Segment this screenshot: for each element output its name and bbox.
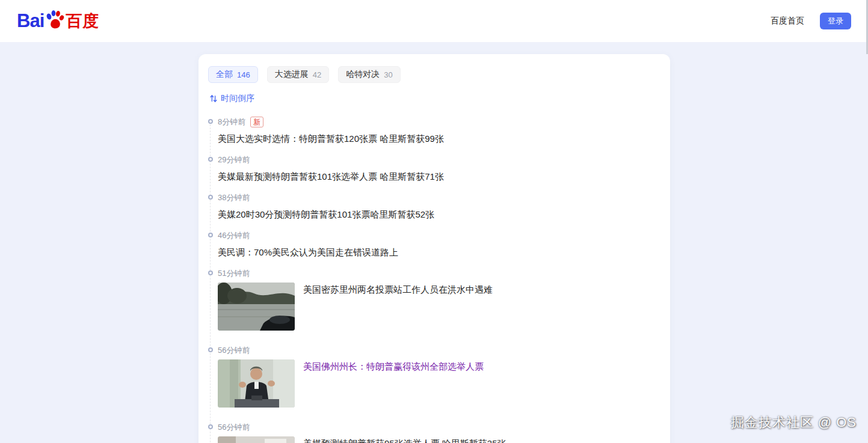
tab-harris-trump-duel[interactable]: 哈特对决 30 <box>338 66 400 83</box>
timeline-timestamp: 29分钟前 <box>218 154 250 165</box>
timeline-item: 38分钟前 美媒20时30分预测特朗普暂获101张票哈里斯暂获52张 <box>208 192 652 221</box>
timeline-item: 8分钟前 新 美国大选实时选情：特朗普暂获120张票 哈里斯暂获99张 <box>208 117 652 145</box>
tab-count: 42 <box>313 70 321 79</box>
sort-toggle[interactable]: 时间倒序 <box>209 93 254 104</box>
timeline-dot-icon <box>208 270 213 275</box>
timeline-dot-icon <box>208 119 213 124</box>
sort-arrows-icon <box>209 94 218 103</box>
new-badge: 新 <box>250 117 263 127</box>
timeline-timestamp: 38分钟前 <box>218 192 250 203</box>
news-timeline: 8分钟前 新 美国大选实时选情：特朗普暂获120张票 哈里斯暂获99张 29分钟… <box>208 117 652 443</box>
timeline-item: 56分钟前 <box>208 345 652 408</box>
timeline-dot-icon <box>208 233 213 237</box>
header-actions: 百度首页 登录 <box>771 13 851 29</box>
news-title-link[interactable]: 美国大选实时选情：特朗普暂获120张票 哈里斯暂获99张 <box>218 133 652 145</box>
timeline-item: 29分钟前 美媒最新预测特朗普暂获101张选举人票 哈里斯暂获71张 <box>208 154 652 183</box>
timeline-item: 56分钟前 美媒预测特朗普暂获95张选举人票 哈里斯暂获35张 <box>208 422 652 443</box>
news-title-link[interactable]: 美国密苏里州两名投票站工作人员在洪水中遇难 <box>303 284 493 331</box>
timeline-dot-icon <box>208 157 213 162</box>
baidu-logo-latin: Bai <box>17 10 44 32</box>
top-header: Bai 百度 百度首页 登录 <box>0 0 868 42</box>
login-button[interactable]: 登录 <box>820 13 851 29</box>
governor-podium-photo[interactable] <box>218 359 295 408</box>
indoor-news-photo[interactable] <box>218 436 295 443</box>
tab-label: 大选进展 <box>275 69 309 80</box>
flood-scene-photo[interactable] <box>218 283 295 331</box>
timeline-timestamp: 56分钟前 <box>218 345 250 356</box>
category-tabs: 全部 146 大选进展 42 哈特对决 30 <box>208 66 652 83</box>
tab-label: 哈特对决 <box>346 69 380 80</box>
tab-all[interactable]: 全部 146 <box>208 66 258 83</box>
timeline-timestamp: 51分钟前 <box>218 268 250 279</box>
baidu-home-link[interactable]: 百度首页 <box>771 16 804 26</box>
news-title-link[interactable]: 美国佛州州长：特朗普赢得该州全部选举人票 <box>303 361 484 408</box>
timeline-item: 51分钟前 美国 <box>208 268 652 331</box>
news-title-link[interactable]: 美媒预测特朗普暂获95张选举人票 哈里斯暂获35张 <box>303 438 506 443</box>
baidu-paw-icon <box>45 10 65 30</box>
timeline-dot-icon <box>208 424 213 429</box>
timeline-timestamp: 46分钟前 <box>218 230 250 241</box>
news-timeline-card: 全部 146 大选进展 42 哈特对决 30 时间倒序 8分钟前 新 美国大选实… <box>199 54 670 443</box>
baidu-logo-cn: 百度 <box>66 10 99 32</box>
news-title-link[interactable]: 美媒20时30分预测特朗普暂获101张票哈里斯暂获52张 <box>218 209 652 221</box>
tab-count: 146 <box>237 70 250 79</box>
timeline-dot-icon <box>208 347 213 352</box>
timeline-timestamp: 8分钟前 <box>218 117 245 127</box>
news-title-link[interactable]: 美民调：70%美民众认为美国走在错误道路上 <box>218 246 652 258</box>
news-title-link[interactable]: 美媒最新预测特朗普暂获101张选举人票 哈里斯暂获71张 <box>218 171 652 183</box>
tab-count: 30 <box>384 70 392 79</box>
watermark: 掘金技术社区 @ OS <box>731 414 857 432</box>
sort-label: 时间倒序 <box>221 93 254 104</box>
baidu-logo[interactable]: Bai 百度 <box>17 10 99 32</box>
tab-label: 全部 <box>216 69 233 80</box>
timeline-timestamp: 56分钟前 <box>218 422 250 433</box>
tab-election-progress[interactable]: 大选进展 42 <box>267 66 329 83</box>
timeline-item: 46分钟前 美民调：70%美民众认为美国走在错误道路上 <box>208 230 652 258</box>
timeline-dot-icon <box>208 195 213 200</box>
